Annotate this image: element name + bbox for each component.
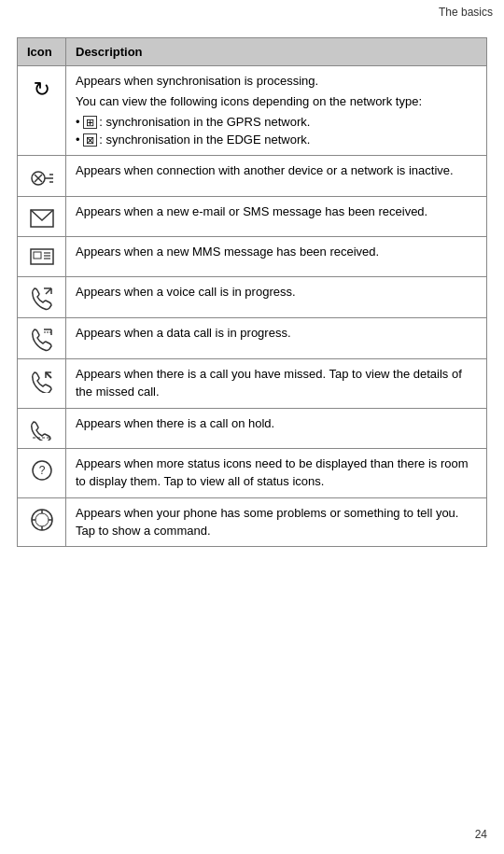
conn-inactive-desc-cell: Appears when connection with another dev… <box>66 156 487 196</box>
voice-call-desc: Appears when a voice call is in progress… <box>76 284 477 301</box>
table-row: ↺ Appears when synchronisation is proces… <box>18 66 487 156</box>
svg-rect-8 <box>34 252 41 259</box>
table-header: Icon Description <box>18 38 487 66</box>
data-call-icon-cell <box>18 318 66 359</box>
icon-description-table: Icon Description ↺ Appears when synchron… <box>17 37 487 547</box>
sync-icon-cell: ↺ <box>18 66 66 156</box>
description-column-header: Description <box>66 38 487 66</box>
mms-icon-cell <box>18 236 66 276</box>
missed-call-icon-cell <box>18 359 66 409</box>
page-number: 24 <box>475 828 487 841</box>
voice-call-icon <box>31 288 53 307</box>
table-row: Appears when your phone has some problem… <box>18 497 487 547</box>
edge-bullet: ⊠: synchronisation in the EDGE network. <box>76 132 477 149</box>
email-desc-cell: Appears when a new e-mail or SMS message… <box>66 196 487 236</box>
missed-call-desc-cell: Appears when there is a call you have mi… <box>66 359 487 409</box>
phone-alert-icon-cell <box>18 497 66 547</box>
svg-rect-7 <box>31 249 53 264</box>
icon-column-header: Icon <box>18 38 66 66</box>
table-row: Appears when a voice call is in progress… <box>18 276 487 317</box>
table-body: ↺ Appears when synchronisation is proces… <box>18 66 487 547</box>
missed-call-icon <box>31 371 53 389</box>
svg-text:?: ? <box>38 464 45 477</box>
more-status-desc-cell: Appears when more status icons need to b… <box>66 449 487 498</box>
sync-icon: ↺ <box>34 75 50 105</box>
phone-alert-desc-cell: Appears when your phone has some problem… <box>66 497 487 547</box>
mms-desc: Appears when a new MMS message has been … <box>76 244 477 261</box>
gprs-bullet: ⊞: synchronisation in the GPRS network. <box>76 114 477 132</box>
more-status-icon: ? <box>31 460 53 479</box>
table-row: Appears when a data call is in progress. <box>18 318 487 359</box>
voice-call-icon-cell <box>18 276 66 317</box>
page-header: The basics <box>0 0 504 24</box>
phone-alert-icon <box>30 510 54 528</box>
table-row: Appears when connection with another dev… <box>18 156 487 196</box>
email-desc: Appears when a new e-mail or SMS message… <box>76 203 477 221</box>
mms-desc-cell: Appears when a new MMS message has been … <box>66 236 487 276</box>
sync-desc-secondary: You can view the following icons dependi… <box>76 93 477 111</box>
missed-call-desc: Appears when there is a call you have mi… <box>76 366 477 401</box>
more-status-icon-cell: ? <box>18 449 66 498</box>
call-hold-desc-cell: Appears when there is a call on hold. <box>66 409 487 449</box>
sync-bullet-list: ⊞: synchronisation in the GPRS network. … <box>76 114 477 149</box>
call-hold-icon-cell <box>18 409 66 449</box>
phone-alert-desc: Appears when your phone has some problem… <box>76 505 477 540</box>
table-row: Appears when a new e-mail or SMS message… <box>18 196 487 236</box>
email-sms-icon <box>30 208 54 227</box>
voice-call-desc-cell: Appears when a voice call is in progress… <box>66 276 487 317</box>
connection-inactive-icon <box>29 164 55 189</box>
svg-line-18 <box>46 372 51 378</box>
page-title: The basics <box>439 6 493 19</box>
table-row: Appears when there is a call on hold. <box>18 409 487 449</box>
sync-description-cell: Appears when synchronisation is processi… <box>66 66 487 156</box>
main-table-container: Icon Description ↺ Appears when synchron… <box>17 37 487 547</box>
table-row: ? Appears when more status icons need to… <box>18 449 487 498</box>
data-call-icon <box>31 329 53 348</box>
conn-inactive-icon-cell <box>18 156 66 196</box>
sync-desc-main: Appears when synchronisation is processi… <box>76 73 477 91</box>
mms-icon <box>30 248 54 267</box>
table-row: Appears when there is a call you have mi… <box>18 359 487 409</box>
table-row: Appears when a new MMS message has been … <box>18 236 487 276</box>
call-hold-desc: Appears when there is a call on hold. <box>76 415 477 433</box>
data-call-desc: Appears when a data call is in progress. <box>76 325 477 343</box>
svg-line-14 <box>46 288 51 294</box>
svg-point-23 <box>35 513 49 526</box>
email-icon-cell <box>18 196 66 236</box>
call-hold-icon <box>30 420 54 439</box>
data-call-desc-cell: Appears when a data call is in progress. <box>66 318 487 359</box>
more-status-desc: Appears when more status icons need to b… <box>76 455 477 491</box>
conn-inactive-desc: Appears when connection with another dev… <box>76 162 477 180</box>
